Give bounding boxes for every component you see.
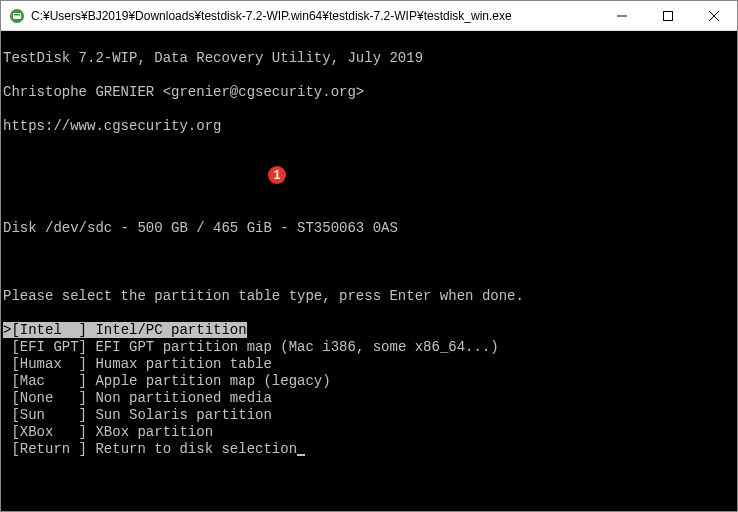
menu-item[interactable]: [Sun ] Sun Solaris partition bbox=[3, 407, 735, 424]
menu-item-tag: [XBox ] bbox=[11, 424, 87, 440]
menu-item[interactable]: >[Intel ] Intel/PC partition bbox=[3, 322, 735, 339]
menu-item-desc: EFI GPT partition map (Mac i386, some x8… bbox=[87, 339, 499, 355]
prompt-line: Please select the partition table type, … bbox=[3, 288, 735, 305]
blank bbox=[3, 152, 735, 169]
window-controls bbox=[599, 1, 737, 30]
menu-item-tag: [Humax ] bbox=[11, 356, 87, 372]
menu-item[interactable]: [None ] Non partitioned media bbox=[3, 390, 735, 407]
blank bbox=[3, 475, 735, 492]
menu-item-tag: [Intel ] bbox=[11, 322, 87, 338]
window-title: C:¥Users¥BJ2019¥Downloads¥testdisk-7.2-W… bbox=[31, 9, 599, 23]
menu-item[interactable]: [Mac ] Apple partition map (legacy) bbox=[3, 373, 735, 390]
header-line-2: Christophe GRENIER <grenier@cgsecurity.o… bbox=[3, 84, 735, 101]
menu-item-tag: [Sun ] bbox=[11, 407, 87, 423]
menu-item-desc: Non partitioned media bbox=[87, 390, 272, 406]
menu-item-desc: Sun Solaris partition bbox=[87, 407, 272, 423]
menu-item-desc: XBox partition bbox=[87, 424, 213, 440]
titlebar: C:¥Users¥BJ2019¥Downloads¥testdisk-7.2-W… bbox=[1, 1, 737, 31]
menu-item-tag: [Mac ] bbox=[11, 373, 87, 389]
menu-item-tag: [None ] bbox=[11, 390, 87, 406]
blank bbox=[3, 254, 735, 271]
partition-type-menu[interactable]: >[Intel ] Intel/PC partition [EFI GPT] E… bbox=[3, 322, 735, 458]
menu-item-desc: Humax partition table bbox=[87, 356, 272, 372]
svg-rect-4 bbox=[664, 11, 673, 20]
svg-rect-2 bbox=[14, 14, 20, 16]
menu-item[interactable]: [Humax ] Humax partition table bbox=[3, 356, 735, 373]
menu-item-desc: Return to disk selection bbox=[87, 441, 297, 457]
header-line-1: TestDisk 7.2-WIP, Data Recovery Utility,… bbox=[3, 50, 735, 67]
header-line-3: https://www.cgsecurity.org bbox=[3, 118, 735, 135]
blank bbox=[3, 186, 735, 203]
maximize-button[interactable] bbox=[645, 1, 691, 30]
svg-rect-1 bbox=[13, 13, 21, 19]
menu-item[interactable]: [EFI GPT] EFI GPT partition map (Mac i38… bbox=[3, 339, 735, 356]
text-cursor bbox=[297, 454, 305, 456]
disk-info: Disk /dev/sdc - 500 GB / 465 GiB - ST350… bbox=[3, 220, 735, 237]
menu-item-desc: Apple partition map (legacy) bbox=[87, 373, 331, 389]
menu-item-tag: [Return ] bbox=[11, 441, 87, 457]
menu-item[interactable]: [Return ] Return to disk selection bbox=[3, 441, 735, 458]
minimize-button[interactable] bbox=[599, 1, 645, 30]
menu-item[interactable]: [XBox ] XBox partition bbox=[3, 424, 735, 441]
menu-item-desc: Intel/PC partition bbox=[87, 322, 247, 338]
menu-item-tag: [EFI GPT] bbox=[11, 339, 87, 355]
terminal-area[interactable]: TestDisk 7.2-WIP, Data Recovery Utility,… bbox=[1, 31, 737, 511]
app-icon bbox=[9, 8, 25, 24]
annotation-badge-1: 1 bbox=[268, 166, 286, 184]
close-button[interactable] bbox=[691, 1, 737, 30]
